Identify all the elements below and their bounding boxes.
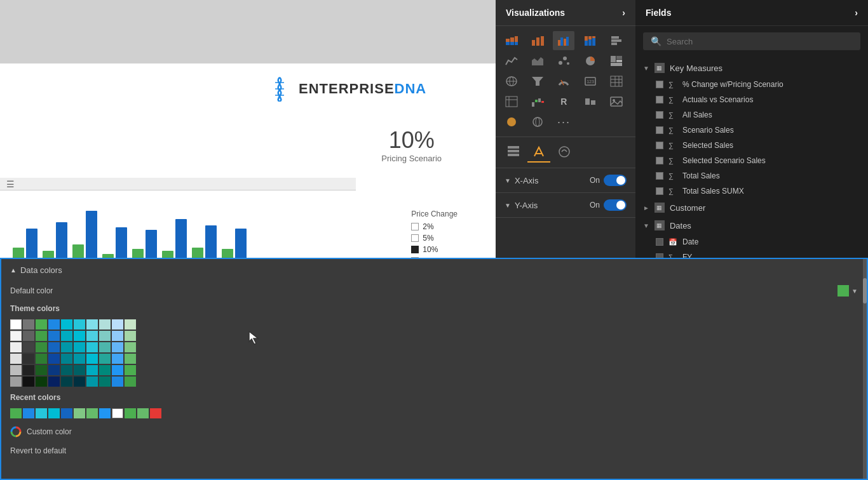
viz-scatter[interactable] [553, 51, 574, 70]
viz-table[interactable] [606, 72, 627, 91]
checkbox-selected-scenario-sales[interactable] [656, 157, 663, 164]
viz-card[interactable]: 123 [580, 72, 601, 91]
analytics-tab[interactable] [553, 142, 576, 163]
svg-rect-24 [611, 39, 621, 42]
viz-map[interactable] [501, 72, 522, 91]
svg-rect-42 [611, 76, 622, 86]
field-pct-change[interactable]: ∑ % Change w/Pricing Scenario [635, 77, 868, 92]
checkbox-date[interactable] [656, 238, 663, 246]
legend-checkbox-10pct[interactable] [411, 246, 419, 253]
group-chevron-dates: ▼ [643, 222, 649, 229]
group-chevron-key-measures: ▼ [643, 65, 649, 72]
viz-funnel[interactable] [527, 72, 548, 91]
svg-marker-26 [532, 57, 543, 65]
field-all-sales[interactable]: ∑ All Sales [635, 107, 868, 123]
format-tab[interactable] [527, 142, 550, 163]
svg-rect-20 [588, 39, 592, 46]
search-box[interactable]: 🔍 [643, 32, 860, 50]
recent-colors-grid [496, 406, 635, 421]
svg-rect-9 [515, 42, 518, 45]
chart-top-toolbar: ☰ [0, 178, 356, 190]
viz-globe-outline[interactable] [527, 112, 548, 131]
checkbox-total-sales-sumx[interactable] [656, 187, 663, 195]
checkbox-pct-change[interactable] [656, 81, 663, 88]
x-axis-toggle[interactable] [604, 175, 627, 186]
y-axis-label: Y-Axis [515, 201, 538, 210]
svg-point-28 [563, 57, 567, 60]
data-colors-panel: ▲ Data colors Default color ▼ Theme colo… [496, 258, 635, 480]
field-label-total-sales-sumx: Total Sales SUMX [682, 187, 744, 196]
viz-globe-filled[interactable] [501, 112, 522, 131]
viz-image[interactable] [606, 92, 627, 111]
legend-item-5pct: 5% [411, 234, 458, 243]
field-actuals-vs-scenarios[interactable]: ∑ Actuals vs Scenarios [635, 92, 868, 107]
legend-checkbox-2pct[interactable] [411, 223, 419, 230]
field-total-sales-sumx[interactable]: ∑ Total Sales SUMX [635, 183, 868, 199]
viz-matrix[interactable] [501, 92, 522, 111]
measure-icon-pct-change: ∑ [668, 81, 677, 88]
svg-rect-63 [508, 154, 519, 156]
viz-panel-chevron[interactable]: › [622, 8, 625, 18]
fields-tab[interactable] [502, 142, 525, 163]
svg-rect-50 [532, 102, 534, 107]
field-date[interactable]: 📅 Date [635, 234, 868, 250]
field-label-total-sales: Total Sales [682, 171, 720, 180]
y-axis-on-label: On [590, 201, 600, 210]
svg-point-58 [507, 117, 516, 126]
field-selected-sales[interactable]: ∑ Selected Sales [635, 138, 868, 153]
hamburger-icon[interactable]: ☰ [6, 179, 15, 189]
field-label-selected-sales: Selected Sales [682, 141, 733, 150]
field-selected-scenario-sales[interactable]: ∑ Selected Scenario Sales [635, 153, 868, 168]
measure-icon-scenario-sales: ∑ [668, 126, 677, 134]
pricing-indicator: 10% Pricing Scenario [381, 127, 442, 163]
viz-waterfall[interactable] [527, 92, 548, 111]
gray-top-bar [0, 0, 496, 63]
x-axis-on-label: On [590, 176, 600, 185]
custom-color-button[interactable]: Custom color [496, 421, 635, 443]
svg-point-60 [536, 117, 539, 126]
svg-point-59 [533, 117, 542, 126]
viz-area-chart[interactable] [527, 51, 548, 70]
viz-gauge[interactable] [553, 72, 574, 91]
checkbox-all-sales[interactable] [656, 111, 663, 119]
measure-icon-all-sales: ∑ [668, 111, 677, 119]
theme-colors-grid [496, 317, 635, 389]
group-key-measures[interactable]: ▼ ▦ Key Measures [635, 59, 868, 77]
checkbox-scenario-sales[interactable] [656, 126, 663, 134]
search-input[interactable] [667, 37, 853, 46]
viz-treemap[interactable] [606, 51, 627, 70]
legend-checkbox-5pct[interactable] [411, 234, 419, 242]
pricing-percent: 10% [381, 127, 442, 154]
svg-rect-15 [564, 39, 566, 46]
y-axis-toggle[interactable] [604, 199, 627, 211]
viz-horizontal-bar[interactable] [606, 31, 627, 50]
viz-line-chart[interactable] [501, 51, 522, 70]
checkbox-selected-sales[interactable] [656, 142, 663, 149]
group-label-customer: Customer [670, 203, 705, 213]
field-total-sales[interactable]: ∑ Total Sales [635, 168, 868, 183]
revert-to-default-button[interactable]: Revert to default [496, 443, 635, 459]
viz-more-options[interactable]: ··· [553, 112, 574, 131]
x-axis-chevron[interactable]: ▼ [505, 177, 511, 184]
fields-panel-chevron[interactable]: › [855, 8, 858, 18]
field-label-selected-scenario-sales: Selected Scenario Sales [682, 156, 766, 165]
viz-grouped-bar[interactable] [553, 31, 574, 50]
field-label-scenario-sales: Scenario Sales [682, 126, 734, 135]
field-scenario-sales[interactable]: ∑ Scenario Sales [635, 123, 868, 138]
checkbox-total-sales[interactable] [656, 172, 663, 180]
y-axis-chevron[interactable]: ▼ [505, 202, 511, 209]
viz-custom-visual[interactable] [580, 92, 601, 111]
group-customer[interactable]: ► ▦ Customer [635, 199, 868, 217]
x-axis-knob [616, 176, 625, 185]
group-label-key-measures: Key Measures [670, 63, 722, 73]
viz-bar-chart[interactable] [527, 31, 548, 50]
checkbox-actuals-vs-scenarios[interactable] [656, 96, 663, 103]
group-dates[interactable]: ▼ ▦ Dates [635, 217, 868, 234]
y-axis-knob [616, 201, 625, 210]
viz-r-custom[interactable]: R [553, 92, 574, 111]
viz-pie-chart[interactable] [580, 51, 601, 70]
viz-stacked-bar[interactable] [501, 31, 522, 50]
data-colors-header[interactable]: ▲ Data colors [496, 259, 635, 281]
viz-100-bar[interactable] [580, 31, 601, 50]
svg-rect-14 [560, 37, 563, 46]
